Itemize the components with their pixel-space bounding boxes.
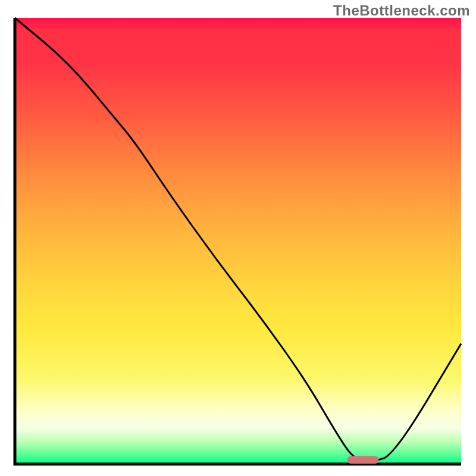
chart-svg: [0, 0, 476, 476]
optimal-marker: [347, 456, 379, 464]
axis-frame: [15, 18, 461, 464]
bottleneck-curve: [15, 18, 461, 461]
watermark-label: TheBottleneck.com: [333, 2, 470, 19]
